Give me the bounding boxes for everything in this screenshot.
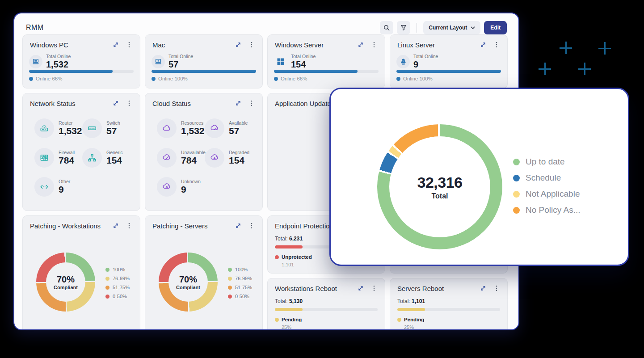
cloud-status-card: Cloud Status Resources 1,532 Available 5… [145,93,263,211]
legend-dot [105,295,109,299]
card-title: Network Status [30,100,76,107]
search-button[interactable] [380,21,393,34]
legend-dot [228,268,232,272]
stat-label: Unavailable [181,150,206,155]
status-value: 1,101 [282,262,294,267]
switch-icon [82,118,102,138]
card-title: Mac [152,41,165,49]
stat-label: Other [59,179,70,184]
plus-decoration-icon [598,42,611,55]
kebab-menu-icon[interactable] [248,41,255,48]
stat-value: 1,532 [59,126,82,136]
online-progress-track [152,70,256,73]
legend-dot [105,277,109,281]
online-status-dot [152,77,156,81]
card-title: Patching - Workstations [30,222,101,230]
cloud-available-icon [205,118,224,138]
pending-progress-fill [275,308,303,311]
expand-icon[interactable] [112,41,119,48]
patching-legend: 100% 76-99% 51-75% 0-50% [228,267,252,299]
patch-status-donut-chart: 32,316 Total [377,124,502,249]
total-label: Total: [397,298,410,304]
expand-icon[interactable] [357,41,364,48]
windows-logo-icon [274,55,287,68]
stat-label: Resources [181,120,205,126]
legend-dot [513,191,520,198]
patch-status-overlay-card: 32,316 Total Up to date Schedule Not App… [329,88,629,266]
stat-value: 154 [291,59,316,70]
total-value: 1,101 [412,298,425,304]
search-icon [383,24,390,31]
stat-value: 1,532 [181,126,205,136]
stat-value: 154 [106,155,123,166]
stat-value: 57 [106,126,120,136]
kebab-menu-icon[interactable] [248,222,255,229]
kebab-menu-icon[interactable] [493,285,500,292]
legend-label: 100% [235,267,248,272]
legend-dot [228,295,232,299]
card-title: Application Updates [275,100,334,107]
stat-value: 57 [229,126,248,136]
stat-label: Total Online [291,54,316,59]
total-label: Total: [275,298,288,304]
kebab-menu-icon[interactable] [248,100,255,107]
legend-label: 0-50% [235,294,249,299]
cloud-unavailable-icon [157,148,177,168]
status-value: 25% [282,324,291,330]
stat-value: 784 [59,155,75,166]
kebab-menu-icon[interactable] [126,222,133,229]
legend-label: Not Applicable [526,189,580,199]
kebab-menu-icon[interactable] [370,41,378,48]
windows-server-card: Windows Server Total Online 154 Online 6… [267,34,385,88]
card-title: Linux Server [397,41,435,49]
legend-label: 76-99% [235,276,252,281]
kebab-menu-icon[interactable] [126,41,133,48]
status-dot [275,318,279,322]
status-label: Pending [282,317,302,322]
patching-compliance-donut-chart: 70% Compliant [36,253,95,312]
legend-label: 0-50% [113,294,127,299]
expand-icon[interactable] [235,222,242,229]
online-status-text: Online 66% [281,76,307,81]
plus-decoration-icon [578,63,591,75]
card-title: Cloud Status [152,100,191,107]
expand-icon[interactable] [235,41,242,48]
patching-workstations-card: Patching - Workstations 70% Compliant 10… [22,215,140,330]
stat-value: 9 [413,59,438,70]
legend-dot [513,207,520,214]
edit-button[interactable]: Edit [484,21,507,34]
expand-icon[interactable] [112,100,119,107]
kebab-menu-icon[interactable] [493,41,500,48]
legend-label: Up to date [526,157,565,167]
status-label: Pending [404,317,424,322]
expand-icon[interactable] [112,222,119,229]
patch-status-legend: Up to date Schedule Not Applicable No Po… [513,157,581,215]
stat-label: Unknown [181,179,201,184]
pending-progress-track [397,308,500,311]
card-title: Windows PC [30,41,68,49]
online-status-text: Online 100% [403,76,433,81]
patching-compliance-donut-chart: 70% Compliant [159,253,218,312]
expand-icon[interactable] [357,285,364,292]
linux-penguin-icon [396,55,410,68]
unprotected-progress-fill [275,245,303,248]
firewall-icon [34,148,54,168]
online-progress-track [29,70,134,73]
expand-icon[interactable] [480,285,487,292]
legend-dot [105,268,109,272]
online-progress-fill [274,70,358,73]
status-dot [397,318,401,322]
pending-progress-track [275,308,378,311]
donut-center-label: Compliant [54,285,78,290]
stat-value: 784 [181,155,206,166]
kebab-menu-icon[interactable] [370,285,378,292]
current-layout-dropdown[interactable]: Current Layout [423,21,480,34]
online-progress-fill [152,70,256,73]
router-icon [34,118,54,138]
filter-button[interactable] [397,21,410,34]
kebab-menu-icon[interactable] [126,100,133,107]
donut-center-value: 70% [179,274,197,285]
expand-icon[interactable] [235,100,242,107]
expand-icon[interactable] [480,41,487,48]
plus-decoration-icon [539,63,551,75]
